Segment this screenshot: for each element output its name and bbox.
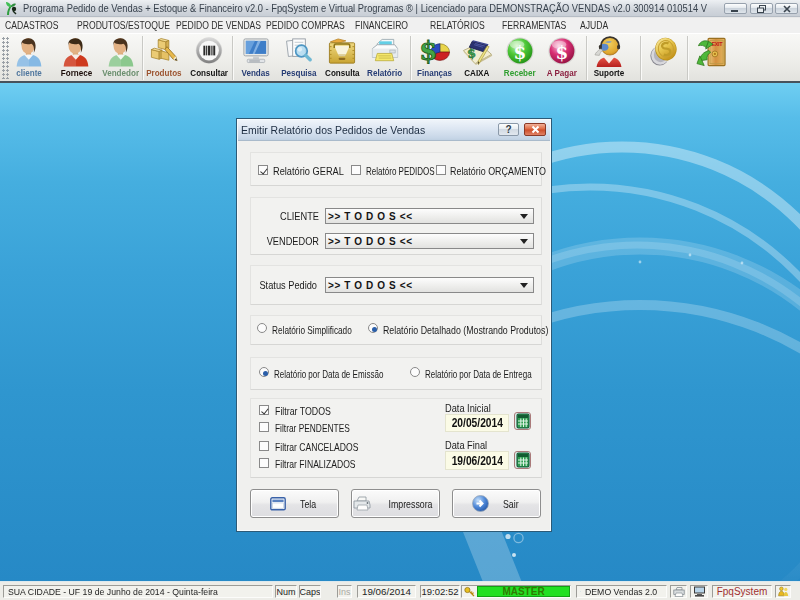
vendedor-label: VENDEDOR [251,235,319,247]
calendar-icon [516,413,530,429]
data-inicial-calendar-button[interactable] [514,412,531,430]
key-icon [464,586,475,597]
master-badge: MASTER [477,586,570,597]
data-emissao-label: Relatório por Data de Emissão [274,368,383,380]
restore-button[interactable] [750,3,773,14]
tela-button[interactable]: Tela [250,489,339,518]
menu-relatorios[interactable]: RELATÓRIOS [430,18,485,33]
toolbar-pesquisa-label: Pesquisa [281,67,316,78]
filtrar-todos-checkbox[interactable] [259,405,269,415]
chevron-down-icon [520,239,528,244]
toolbar-consulta-label: Consulta [325,67,360,78]
toolbar-suporte-label: Suporte [594,67,625,78]
menu-financeiro[interactable]: FINANCEIRO [355,18,408,33]
dialog-client-area: Relatório GERAL Relatóro PEDIDOS Relatór… [238,142,551,531]
impressora-button[interactable]: Impressora [351,489,440,518]
cliente-combo[interactable]: >> T O D O S << [325,208,534,224]
data-inicial-input[interactable]: 20/05/2014 [445,414,509,432]
status-num: Num [275,585,297,598]
menu-pedido-compras[interactable]: PEDIDO COMPRAS [266,18,345,33]
relatorio-geral-checkbox[interactable] [258,165,268,175]
toolbar-consultar-label: Consultar [190,67,228,78]
tela-button-label: Tela [300,498,316,510]
data-inicial-value: 20/05/2014 [451,416,502,430]
menu-cadastros[interactable]: CADASTROS [5,18,59,33]
toolbar-vendas-button[interactable]: Vendas [233,36,279,80]
toolbar-caixa-button[interactable]: $ CAIXA [454,36,500,80]
status-network-panel[interactable] [690,585,708,598]
toolbar-relatorio-button[interactable]: Relatório [362,36,408,80]
relatorio-simplificado-label: Relatório Simplificado [272,324,352,336]
data-final-calendar-button[interactable] [514,451,531,469]
exit-arrow-icon [472,495,489,512]
status-pedido-label: Status Pedido [251,279,317,291]
toolbar-coin-button[interactable] [641,36,687,80]
toolbar-consultar-button[interactable]: Consultar [186,36,232,80]
relatorio-simplificado-radio[interactable] [257,323,267,333]
master-badge-text: MASTER [502,586,544,597]
status-printer-panel[interactable] [670,585,687,598]
menu-produtos-estoque[interactable]: PRODUTOS/ESTOQUE [77,18,170,33]
filtrar-cancelados-checkbox[interactable] [259,441,269,451]
app-icon [4,1,19,16]
data-entrega-radio[interactable] [410,367,420,377]
status-product-text: DEMO Vendas 2.0 [585,586,657,597]
toolbar-pesquisa-button[interactable]: Pesquisa [276,36,322,80]
toolbar-consulta-button[interactable]: Consulta [319,36,365,80]
status-date: 19/06/2014 [357,585,416,598]
vendedor-combo[interactable]: >> T O D O S << [325,233,534,249]
dialog-title: Emitir Relatório dos Pedidos de Vendas [241,120,425,141]
computer-small-icon [580,586,581,597]
status-users-panel[interactable] [775,585,791,598]
status-location-text: SUA CIDADE - UF 19 de Junho de 2014 - Qu… [8,586,218,597]
status-caps: Caps [299,585,321,598]
green-dollar-ball-icon: $ [504,36,536,67]
seller-person-icon [105,36,137,67]
dialog-close-x-icon [531,125,540,134]
toolbar-suporte-button[interactable]: Suporte [586,36,632,80]
toolbar-vendedor-button[interactable]: Vendedor [98,36,144,80]
toolbar-receber-button[interactable]: $ Receber [497,36,543,80]
relatorio-pedidos-checkbox[interactable] [351,165,361,175]
exit-door-icon: EXIT [695,36,727,67]
filtrar-finalizados-checkbox[interactable] [259,458,269,468]
menu-ferramentas[interactable]: FERRAMENTAS [502,18,566,33]
dialog-close-button[interactable] [524,123,546,136]
toolbar-caixa-label: CAIXA [464,67,489,78]
search-docs-icon [283,36,315,67]
support-person-icon [593,36,625,67]
status-product-panel: DEMO Vendas 2.0 [576,585,667,598]
sair-button[interactable]: Sair [452,489,541,518]
toolbar-produtos-button[interactable]: Produtos [141,36,187,80]
toolbar-cliente-label: cliente [16,67,42,78]
data-inicial-label: Data Inicial [445,402,491,414]
minimize-button[interactable] [724,3,747,14]
dollar-glyph: $ [514,42,527,63]
toolbar-exit-button[interactable]: EXIT [688,36,734,80]
toolbar-cliente-button[interactable]: cliente [6,36,52,80]
relatorio-detalhado-label: Relatório Detalhado (Mostrando Produtos) [383,324,548,336]
toolbar-financas-button[interactable]: $ Finanças [412,36,458,80]
toolbar-vendas-label: Vendas [242,67,270,78]
close-button[interactable] [775,3,798,14]
dialog-help-button[interactable]: ? [498,123,519,136]
toolbar-fornece-button[interactable]: Fornece [53,36,99,80]
relatorio-orcamento-checkbox[interactable] [436,165,446,175]
filtrar-pendentes-checkbox[interactable] [259,422,269,432]
data-emissao-radio[interactable] [259,367,269,377]
relatorio-detalhado-radio[interactable] [368,323,378,333]
status-ins: Ins [337,585,352,598]
data-entrega-label: Relatório por Data de Entrega [425,368,532,380]
data-final-input[interactable]: 19/06/2014 [445,451,509,470]
menu-pedido-de-vendas[interactable]: PEDIDO DE VENDAS [176,18,261,33]
window-titlebar: Programa Pedido de Vendas + Estoque & Fi… [0,0,800,17]
printer-small-icon [353,496,371,511]
report-dialog: Emitir Relatório dos Pedidos de Vendas ?… [236,118,552,532]
toolbar-apagar-button[interactable]: $ A Pagar [539,36,585,80]
status-pedido-combo[interactable]: >> T O D O S << [325,277,534,293]
menu-ajuda[interactable]: AJUDA [580,18,608,33]
relatorio-orcamento-label: Relatório ORÇAMENTO [450,165,546,177]
filtrar-finalizados-label: Filtrar FINALIZADOS [275,458,356,470]
supplier-person-icon [60,36,92,67]
data-final-label: Data Final [445,439,487,451]
